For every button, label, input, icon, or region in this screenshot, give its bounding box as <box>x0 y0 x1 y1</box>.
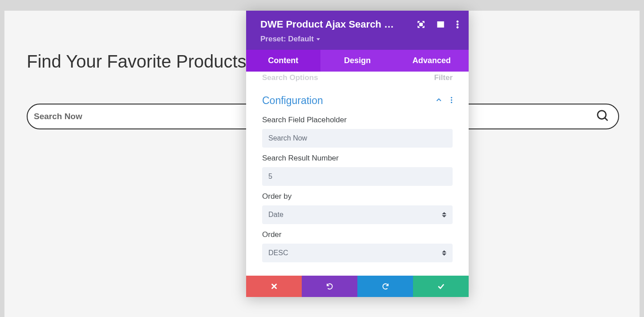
panel-footer <box>246 276 469 297</box>
page-title: Find Your Favorite Products <box>27 52 247 72</box>
caret-down-icon <box>316 38 320 40</box>
select-order[interactable]: DESC <box>262 244 453 262</box>
input-result-number[interactable] <box>262 167 453 186</box>
svg-line-1 <box>605 118 608 120</box>
settings-panel: DWE Product Ajax Search S… Preset: Defau… <box>246 11 469 297</box>
columns-icon[interactable] <box>437 20 445 28</box>
svg-point-7 <box>457 27 458 28</box>
label-order: Order <box>262 230 453 239</box>
label-search-placeholder: Search Field Placeholder <box>262 116 453 124</box>
field-search-placeholder: Search Field Placeholder <box>246 111 469 149</box>
panel-body[interactable]: Search Options Filter Configuration Sear… <box>246 72 469 276</box>
confirm-button[interactable] <box>413 276 469 297</box>
label-result-number: Search Result Number <box>262 154 453 163</box>
section-kebab-icon[interactable] <box>450 96 453 105</box>
panel-tabs: Content Design Advanced <box>246 50 469 72</box>
undo-button[interactable] <box>302 276 357 297</box>
svg-point-0 <box>598 111 606 119</box>
filter-button[interactable]: Filter <box>434 73 453 82</box>
svg-point-6 <box>457 24 458 25</box>
svg-point-10 <box>451 101 452 103</box>
search-options-label: Search Options <box>262 73 318 82</box>
cancel-button[interactable] <box>246 276 302 297</box>
field-result-number: Search Result Number <box>246 149 469 188</box>
preset-dropdown[interactable]: Preset: Default <box>260 35 320 44</box>
tab-design[interactable]: Design <box>320 50 395 72</box>
filter-row: Search Options Filter <box>246 72 469 88</box>
field-orderby: Order by Date <box>246 188 469 226</box>
preset-label: Preset: Default <box>260 35 314 44</box>
chevron-up-icon[interactable] <box>435 96 442 105</box>
input-search-placeholder[interactable] <box>262 129 453 148</box>
select-orderby[interactable]: Date <box>262 205 453 224</box>
label-orderby: Order by <box>262 192 453 201</box>
kebab-icon[interactable] <box>456 20 459 28</box>
tab-content[interactable]: Content <box>246 50 320 72</box>
svg-point-5 <box>457 21 458 23</box>
panel-header[interactable]: DWE Product Ajax Search S… Preset: Defau… <box>246 11 469 50</box>
panel-title: DWE Product Ajax Search S… <box>260 19 398 30</box>
redo-button[interactable] <box>357 276 413 297</box>
section-configuration-header[interactable]: Configuration <box>246 88 469 111</box>
field-order: Order DESC <box>246 226 469 264</box>
expand-icon[interactable] <box>417 20 425 28</box>
svg-point-8 <box>451 96 452 98</box>
section-title: Configuration <box>262 95 323 107</box>
svg-rect-2 <box>420 23 422 26</box>
search-icon[interactable] <box>596 109 609 124</box>
svg-point-9 <box>451 99 452 100</box>
tab-advanced[interactable]: Advanced <box>394 50 469 72</box>
